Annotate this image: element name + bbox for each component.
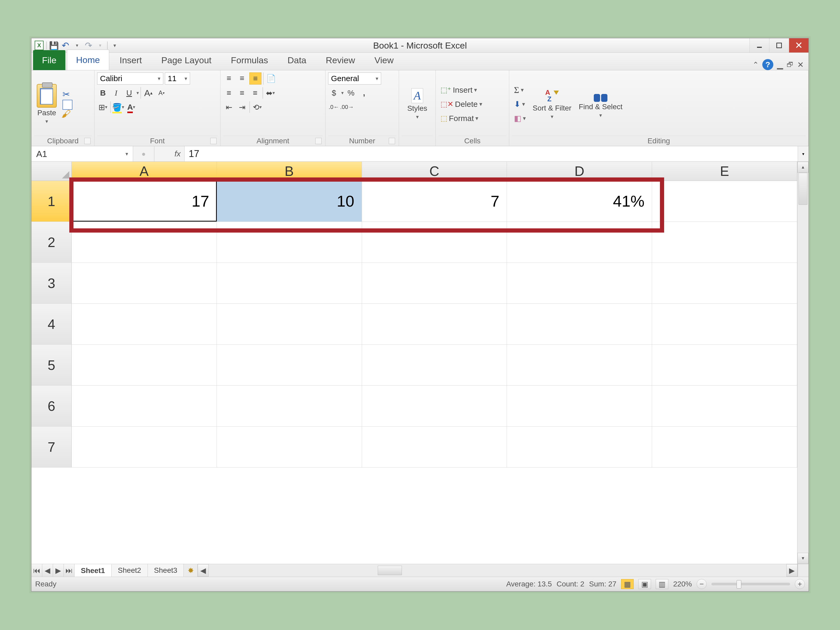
new-sheet-icon[interactable]: ✸: [184, 564, 197, 577]
view-page-break-icon[interactable]: ▥: [656, 579, 668, 589]
cell[interactable]: [652, 426, 797, 467]
copy-icon[interactable]: ▾: [64, 101, 68, 107]
close-button[interactable]: ✕: [789, 38, 808, 52]
cell[interactable]: [652, 222, 797, 262]
align-center-button[interactable]: ≡: [236, 87, 248, 99]
bold-button[interactable]: B: [97, 87, 109, 99]
tab-review[interactable]: Review: [317, 50, 364, 70]
sheet-tab-2[interactable]: Sheet2: [112, 564, 148, 577]
find-select-button[interactable]: Find & Select▾: [576, 73, 625, 136]
mdi-close-icon[interactable]: ✕: [797, 60, 804, 69]
insert-cells-button[interactable]: ⬚⁺Insert▾: [438, 84, 506, 96]
cell[interactable]: [652, 304, 797, 344]
format-painter-icon[interactable]: 🖌: [62, 108, 71, 120]
number-launcher-icon[interactable]: [389, 138, 395, 144]
tab-formulas[interactable]: Formulas: [222, 50, 277, 70]
font-launcher-icon[interactable]: [210, 138, 216, 144]
zoom-out-icon[interactable]: −: [697, 579, 707, 589]
orientation-button[interactable]: ⟲▾: [251, 101, 263, 113]
merge-center-button[interactable]: ⬌▾: [265, 87, 276, 99]
sort-filter-button[interactable]: AZ Sort & Filter▾: [530, 73, 574, 136]
tab-nav-prev-icon[interactable]: ◀: [42, 564, 53, 577]
tab-home[interactable]: Home: [67, 50, 109, 70]
view-page-layout-icon[interactable]: ▣: [638, 579, 651, 589]
clipboard-launcher-icon[interactable]: [84, 138, 90, 144]
increase-indent-button[interactable]: ⇥: [236, 101, 248, 113]
horizontal-scrollbar[interactable]: ◀▶: [197, 564, 808, 577]
align-left-button[interactable]: ≡: [223, 87, 235, 99]
cell[interactable]: [217, 345, 362, 385]
cell[interactable]: [72, 263, 217, 303]
cell[interactable]: [507, 426, 652, 467]
cell[interactable]: [362, 385, 507, 426]
tab-nav-first-icon[interactable]: ⏮: [32, 564, 42, 577]
cell[interactable]: [362, 304, 507, 344]
paste-button[interactable]: Paste ▾: [34, 73, 59, 136]
column-header-a[interactable]: A: [72, 162, 217, 181]
cell[interactable]: [652, 263, 797, 303]
increase-decimal-button[interactable]: .0←: [328, 101, 339, 113]
cell-a1[interactable]: 17: [72, 181, 217, 221]
autosum-button[interactable]: Σ▾: [512, 84, 526, 96]
cell[interactable]: [362, 345, 507, 385]
scroll-right-icon[interactable]: ▶: [786, 564, 797, 577]
grow-font-button[interactable]: A▴: [142, 87, 154, 99]
cell[interactable]: [217, 263, 362, 303]
cell[interactable]: [217, 385, 362, 426]
row-header-5[interactable]: 5: [32, 345, 72, 385]
undo-dropdown-icon[interactable]: ▾: [73, 41, 81, 50]
column-header-d[interactable]: D: [507, 162, 652, 181]
currency-button[interactable]: $: [328, 87, 339, 99]
fill-color-button[interactable]: 🪣▾: [112, 101, 124, 113]
cell[interactable]: [72, 426, 217, 467]
cell[interactable]: [652, 345, 797, 385]
decrease-indent-button[interactable]: ⇤: [223, 101, 235, 113]
delete-cells-button[interactable]: ⬚✕Delete▾: [438, 98, 506, 111]
cell[interactable]: [507, 385, 652, 426]
row-header-1[interactable]: 1: [32, 181, 72, 221]
font-name-combo[interactable]: Calibri▾: [97, 73, 163, 85]
formula-input[interactable]: 17: [185, 146, 798, 161]
clear-button[interactable]: ◧▾: [512, 112, 528, 125]
cell[interactable]: [652, 385, 797, 426]
cell-c1[interactable]: 7: [362, 181, 507, 221]
column-header-e[interactable]: E: [652, 162, 797, 181]
cut-icon[interactable]: ✂: [63, 89, 70, 99]
tab-nav-next-icon[interactable]: ▶: [53, 564, 64, 577]
cell[interactable]: [362, 426, 507, 467]
cell-e1[interactable]: [652, 181, 797, 221]
tab-view[interactable]: View: [366, 50, 403, 70]
cell[interactable]: [507, 222, 652, 262]
redo-dropdown-icon[interactable]: ▾: [96, 41, 104, 50]
percent-button[interactable]: %: [345, 87, 357, 99]
row-header-2[interactable]: 2: [32, 222, 72, 262]
mdi-minimize-icon[interactable]: ▁: [777, 60, 783, 69]
fx-cancel-icon[interactable]: ●: [142, 150, 146, 158]
cell[interactable]: [72, 304, 217, 344]
align-right-button[interactable]: ≡: [249, 87, 261, 99]
zoom-slider-knob[interactable]: [737, 580, 741, 589]
minimize-button[interactable]: [750, 38, 769, 52]
zoom-level[interactable]: 220%: [673, 580, 692, 588]
redo-icon[interactable]: ↷: [84, 41, 93, 50]
borders-button[interactable]: ⊞▾: [97, 101, 109, 113]
grid[interactable]: A B C D E 1 17 10 7 41% 2 3 4 5 6: [32, 162, 797, 564]
tab-insert[interactable]: Insert: [111, 50, 151, 70]
vscroll-thumb[interactable]: [799, 173, 807, 205]
cell[interactable]: [217, 426, 362, 467]
cell[interactable]: [507, 263, 652, 303]
qat-customize-icon[interactable]: ▾: [110, 41, 119, 50]
align-middle-button[interactable]: ≡: [236, 73, 248, 84]
zoom-slider[interactable]: [711, 583, 790, 585]
cell[interactable]: [507, 304, 652, 344]
cell[interactable]: [362, 222, 507, 262]
format-cells-button[interactable]: ⬚Format▾: [438, 112, 506, 125]
cell[interactable]: [362, 263, 507, 303]
wrap-text-button[interactable]: 📄: [265, 73, 277, 84]
cell-d1[interactable]: 41%: [507, 181, 652, 221]
align-top-button[interactable]: ≡: [223, 73, 235, 84]
cell-b1[interactable]: 10: [217, 181, 362, 221]
ribbon-collapse-icon[interactable]: ⌃: [753, 60, 759, 69]
scroll-down-icon[interactable]: ▼: [797, 553, 808, 564]
sheet-tab-1[interactable]: Sheet1: [74, 564, 112, 577]
